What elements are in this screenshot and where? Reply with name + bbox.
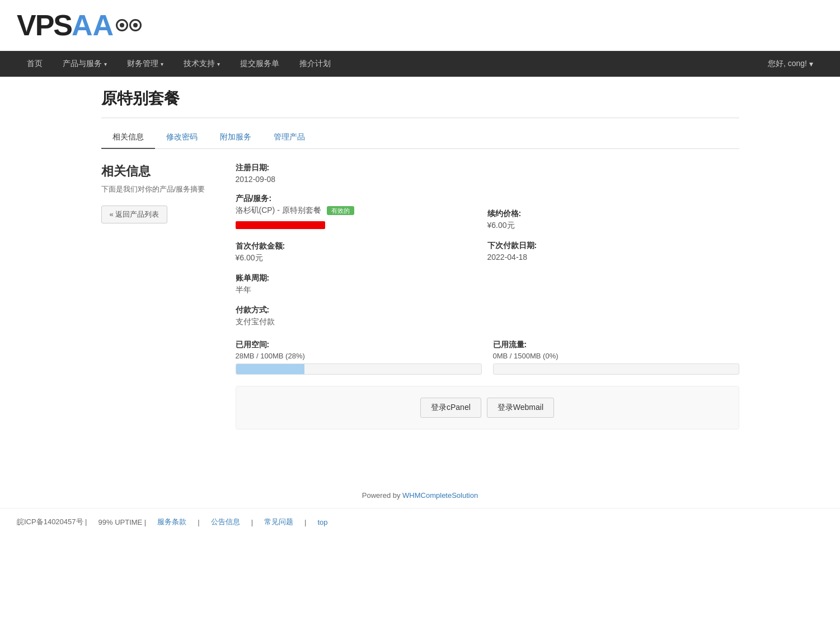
tab-info[interactable]: 相关信息 bbox=[101, 127, 155, 149]
icp-text: 皖ICP备14020457号 | bbox=[17, 517, 87, 527]
billing-cycle-label: 账单周期: bbox=[236, 273, 487, 283]
product-name: 洛杉矶(CP) - 原特别套餐 bbox=[236, 206, 321, 214]
nav-user-label: 您好, cong! bbox=[768, 59, 807, 69]
renewal-value: ¥6.00元 bbox=[487, 221, 739, 231]
billing-cycle-block: 账单周期: 半年 bbox=[236, 273, 487, 295]
disk-used-label: 已用空间: bbox=[236, 340, 482, 350]
nav-referral[interactable]: 推介计划 bbox=[289, 51, 341, 77]
billing-cycle-value: 半年 bbox=[236, 285, 487, 295]
chevron-down-icon: ▾ bbox=[217, 61, 220, 67]
nav-home[interactable]: 首页 bbox=[17, 51, 53, 77]
login-webmail-button[interactable]: 登录Webmail bbox=[487, 398, 554, 418]
disk-progress-bar-bg bbox=[236, 363, 482, 375]
header: VPSAA bbox=[0, 0, 840, 51]
tab-addon-services[interactable]: 附加服务 bbox=[209, 127, 262, 149]
chevron-down-icon: ▾ bbox=[161, 61, 163, 67]
login-cpanel-button[interactable]: 登录cPanel bbox=[420, 398, 481, 418]
sep-3: | bbox=[304, 518, 306, 526]
footer-link-faq[interactable]: 常见问题 bbox=[264, 517, 293, 527]
action-area: 登录cPanel 登录Webmail bbox=[236, 386, 739, 430]
nav-support[interactable]: 技术支持 ▾ bbox=[173, 51, 230, 77]
main-content: 原特别套餐 相关信息 修改密码 附加服务 管理产品 相关信息 下面是我们对你的产… bbox=[85, 77, 756, 441]
product-block: 产品/服务: 洛杉矶(CP) - 原特别套餐 有效的 bbox=[236, 194, 487, 231]
payment-method-label: 付款方式: bbox=[236, 305, 487, 315]
logo-eyes bbox=[116, 19, 142, 31]
renewal-label: 续约价格: bbox=[487, 209, 739, 219]
renewal-block: 续约价格: ¥6.00元 bbox=[487, 209, 739, 231]
main-nav: 首页 产品与服务 ▾ 财务管理 ▾ 技术支持 ▾ 提交服务单 推介计划 您好, … bbox=[0, 51, 840, 77]
eye-left-icon bbox=[116, 19, 128, 31]
page-title: 原特别套餐 bbox=[101, 88, 739, 109]
tab-manage-product[interactable]: 管理产品 bbox=[262, 127, 316, 149]
first-payment-label: 首次付款金额: bbox=[236, 241, 487, 251]
first-payment-value: ¥6.00元 bbox=[236, 253, 487, 263]
info-grid: 注册日期: 2012-09-08 产品/服务: 洛杉矶(CP) - 原特别套餐 … bbox=[236, 163, 739, 337]
section-title: 相关信息 bbox=[101, 163, 213, 180]
nav-submit-ticket[interactable]: 提交服务单 bbox=[230, 51, 289, 77]
next-payment-label: 下次付款日期: bbox=[487, 241, 739, 251]
footer: Powered by WHMCompleteSolution 皖ICP备1402… bbox=[0, 474, 840, 535]
reg-date-value: 2012-09-08 bbox=[236, 175, 487, 184]
disk-progress-bar-fill bbox=[236, 364, 305, 374]
traffic-usage-block: 已用流量: 0MB / 1500MB (0%) bbox=[493, 340, 739, 375]
footer-link-top[interactable]: top bbox=[317, 518, 327, 526]
chevron-down-icon: ▾ bbox=[104, 61, 107, 67]
chevron-down-icon: ▾ bbox=[809, 59, 813, 68]
uptime-text: 99% UPTIME | bbox=[98, 518, 147, 526]
payment-method-block: 付款方式: 支付宝付款 bbox=[236, 305, 487, 327]
disk-usage-block: 已用空间: 28MB / 100MB (28%) bbox=[236, 340, 482, 375]
reg-date-block: 注册日期: 2012-09-08 bbox=[236, 163, 487, 184]
nav-user[interactable]: 您好, cong! ▾ bbox=[758, 51, 823, 77]
footer-powered: Powered by WHMCompleteSolution bbox=[0, 474, 840, 508]
powered-text: Powered by bbox=[362, 491, 402, 500]
pupil-left bbox=[120, 23, 124, 27]
logo-vps-text: VPS bbox=[17, 8, 72, 42]
footer-bottom: 皖ICP备14020457号 | 99% UPTIME | 服务条款 | 公告信… bbox=[0, 508, 840, 535]
back-to-products-button[interactable]: « 返回产品列表 bbox=[101, 206, 168, 223]
footer-link-terms[interactable]: 服务条款 bbox=[157, 517, 186, 527]
next-payment-value: 2022-04-18 bbox=[487, 253, 739, 262]
nav-finance[interactable]: 财务管理 ▾ bbox=[117, 51, 173, 77]
content-area: 相关信息 下面是我们对你的产品/服务摘要 « 返回产品列表 注册日期: 2012… bbox=[101, 163, 739, 430]
pupil-right bbox=[133, 23, 138, 27]
eye-right-icon bbox=[129, 19, 142, 31]
nav-products[interactable]: 产品与服务 ▾ bbox=[53, 51, 117, 77]
payment-method-value: 支付宝付款 bbox=[236, 317, 487, 327]
divider bbox=[101, 118, 739, 118]
footer-link-announcements[interactable]: 公告信息 bbox=[211, 517, 240, 527]
traffic-used-value: 0MB / 1500MB (0%) bbox=[493, 352, 739, 360]
left-panel: 相关信息 下面是我们对你的产品/服务摘要 « 返回产品列表 bbox=[101, 163, 213, 430]
first-payment-block: 首次付款金额: ¥6.00元 bbox=[236, 241, 487, 263]
info-panel: 注册日期: 2012-09-08 产品/服务: 洛杉矶(CP) - 原特别套餐 … bbox=[236, 163, 739, 430]
logo[interactable]: VPSAA bbox=[17, 8, 823, 42]
section-desc: 下面是我们对你的产品/服务摘要 bbox=[101, 184, 213, 194]
traffic-progress-bar-bg bbox=[493, 363, 739, 375]
tab-bar: 相关信息 修改密码 附加服务 管理产品 bbox=[101, 127, 739, 149]
traffic-used-label: 已用流量: bbox=[493, 340, 739, 350]
reg-date-label: 注册日期: bbox=[236, 163, 487, 173]
product-label: 产品/服务: bbox=[236, 194, 487, 204]
progress-section: 已用空间: 28MB / 100MB (28%) 已用流量: 0MB / 150… bbox=[236, 340, 739, 375]
redacted-info bbox=[236, 221, 325, 229]
whmcs-link[interactable]: WHMCompleteSolution bbox=[402, 491, 478, 500]
disk-used-value: 28MB / 100MB (28%) bbox=[236, 352, 482, 360]
tab-change-password[interactable]: 修改密码 bbox=[155, 127, 209, 149]
sep-1: | bbox=[198, 518, 199, 526]
next-payment-block: 下次付款日期: 2022-04-18 bbox=[487, 241, 739, 262]
status-badge: 有效的 bbox=[327, 206, 354, 215]
logo-aa-text: AA bbox=[72, 8, 114, 42]
product-value: 洛杉矶(CP) - 原特别套餐 有效的 bbox=[236, 206, 487, 216]
sep-2: | bbox=[251, 518, 253, 526]
